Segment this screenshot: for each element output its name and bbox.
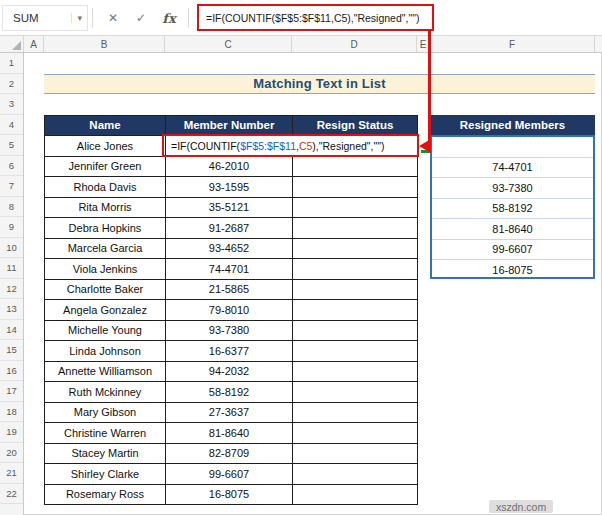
table-cell-member[interactable]: 82-8709 <box>166 444 293 465</box>
table-cell-name[interactable]: Rita Morris <box>45 198 166 219</box>
table-cell-member[interactable]: 35-5121 <box>166 198 293 219</box>
table-cell-name[interactable]: Christine Warren <box>45 423 166 444</box>
resigned-range[interactable]: 74-470193-738058-819281-864099-660716-80… <box>430 135 595 279</box>
table-cell-member[interactable]: 58-8192 <box>166 382 293 403</box>
table-cell-name[interactable]: Alice Jones <box>45 136 166 157</box>
row-header[interactable]: 22 <box>0 484 23 505</box>
row-header[interactable]: 3 <box>0 94 23 115</box>
table-cell-member[interactable]: 99-6607 <box>166 464 293 485</box>
table-cell-member[interactable]: 21-5865 <box>166 280 293 301</box>
table-cell-status[interactable] <box>293 382 418 403</box>
select-all-corner[interactable] <box>0 36 24 52</box>
insert-function-icon[interactable]: fx <box>156 5 182 31</box>
table-cell-status[interactable] <box>293 464 418 485</box>
table-cell-status[interactable] <box>293 218 418 239</box>
table-cell-name[interactable]: Jennifer Green <box>45 157 166 178</box>
row-header[interactable]: 9 <box>0 217 23 238</box>
column-header-b[interactable]: B <box>44 36 165 52</box>
column-header-a[interactable]: A <box>24 36 44 52</box>
table-cell-member[interactable]: 81-8640 <box>166 423 293 444</box>
table-cell-name[interactable]: Michelle Young <box>45 321 166 342</box>
row-header[interactable]: 14 <box>0 320 23 341</box>
row-header[interactable]: 1 <box>0 53 23 74</box>
row-header[interactable]: 4 <box>0 115 23 136</box>
table-cell-status[interactable] <box>293 341 418 362</box>
row-header[interactable]: 2 <box>0 74 23 95</box>
annotation-box-formula-bar: =IF(COUNTIF($F$5:$F$11,C5),"Resigned",""… <box>197 4 434 31</box>
table-cell-status[interactable] <box>293 300 418 321</box>
resigned-cell[interactable]: 93-7380 <box>432 178 593 199</box>
table-cell-name[interactable]: Annette Williamson <box>45 362 166 383</box>
table-cell-name[interactable]: Viola Jenkins <box>45 259 166 280</box>
table-cell-name[interactable]: Linda Johnson <box>45 341 166 362</box>
resigned-cell[interactable]: 58-8192 <box>432 199 593 220</box>
table-cell-name[interactable]: Rosemary Ross <box>45 485 166 506</box>
table-cell-name[interactable]: Angela Gonzalez <box>45 300 166 321</box>
row-header[interactable]: 13 <box>0 299 23 320</box>
row-header[interactable]: 17 <box>0 381 23 402</box>
table-cell-member[interactable]: 46-2010 <box>166 157 293 178</box>
table-cell-member[interactable]: 94-2032 <box>166 362 293 383</box>
table-cell-member[interactable]: 93-7380 <box>166 321 293 342</box>
table-cell-status[interactable] <box>293 239 418 260</box>
row-header[interactable]: 12 <box>0 279 23 300</box>
table-cell-member[interactable]: 74-4701 <box>166 259 293 280</box>
table-cell-status[interactable] <box>293 423 418 444</box>
table-cell-status[interactable] <box>293 321 418 342</box>
table-cell-member[interactable]: 16-8075 <box>166 485 293 506</box>
row-header[interactable]: 18 <box>0 402 23 423</box>
table-cell-status[interactable] <box>293 157 418 178</box>
title-cell[interactable]: Matching Text in List <box>44 74 595 95</box>
column-header-d[interactable]: D <box>292 36 417 52</box>
table-cell-member[interactable]: 93-1595 <box>166 177 293 198</box>
row-header[interactable]: 15 <box>0 340 23 361</box>
resigned-cell[interactable]: 74-4701 <box>432 158 593 179</box>
table-cell-name[interactable]: Mary Gibson <box>45 403 166 424</box>
column-header-f[interactable]: F <box>430 36 595 52</box>
table-cell-status[interactable] <box>293 198 418 219</box>
table-cell-status[interactable] <box>293 177 418 198</box>
resigned-header[interactable]: Resigned Members <box>430 115 595 136</box>
resigned-cell[interactable]: 81-8640 <box>432 219 593 240</box>
annotation-arrow-line <box>428 31 431 142</box>
table-cell-member[interactable]: 16-6377 <box>166 341 293 362</box>
row-header[interactable]: 16 <box>0 361 23 382</box>
row-header[interactable]: 8 <box>0 197 23 218</box>
table-cell-name[interactable]: Shirley Clarke <box>45 464 166 485</box>
row-header[interactable]: 5 <box>0 135 23 156</box>
enter-icon[interactable]: ✓ <box>128 5 154 31</box>
name-box-value: SUM <box>13 12 39 24</box>
row-header[interactable]: 11 <box>0 258 23 279</box>
resigned-cell[interactable]: 16-8075 <box>432 260 593 279</box>
table-cell-name[interactable]: Rhoda Davis <box>45 177 166 198</box>
table-cell-status[interactable] <box>293 362 418 383</box>
row-header[interactable]: 7 <box>0 176 23 197</box>
table-cell-name[interactable]: Charlotte Baker <box>45 280 166 301</box>
table-cell-member[interactable]: 27-3637 <box>166 403 293 424</box>
table-cell-member[interactable]: 93-4652 <box>166 239 293 260</box>
column-header-c[interactable]: C <box>165 36 292 52</box>
table-cell-member[interactable]: 91-2687 <box>166 218 293 239</box>
table-cell-status[interactable] <box>293 403 418 424</box>
table-cell-member[interactable]: 79-8010 <box>166 300 293 321</box>
chevron-down-icon[interactable]: ▾ <box>71 13 82 23</box>
resigned-cell[interactable]: 99-6607 <box>432 240 593 261</box>
cancel-icon[interactable]: ✕ <box>100 5 126 31</box>
row-header[interactable]: 21 <box>0 463 23 484</box>
table-cell-status[interactable] <box>293 485 418 506</box>
row-header[interactable]: 10 <box>0 238 23 259</box>
table-cell-status[interactable] <box>293 280 418 301</box>
table-cell-name[interactable]: Marcela Garcia <box>45 239 166 260</box>
row-header[interactable]: 20 <box>0 443 23 464</box>
table-cell-status[interactable] <box>293 259 418 280</box>
table-cell-name[interactable]: Ruth Mckinney <box>45 382 166 403</box>
formula-bar-input[interactable]: =IF(COUNTIF($F$5:$F$11,C5),"Resigned",""… <box>206 12 419 24</box>
table-header-name[interactable]: Name <box>45 116 166 137</box>
row-header[interactable]: 6 <box>0 156 23 177</box>
table-cell-name[interactable]: Stacey Martin <box>45 444 166 465</box>
resigned-cell[interactable] <box>432 137 593 158</box>
row-header[interactable]: 19 <box>0 422 23 443</box>
name-box[interactable]: SUM ▾ <box>2 5 88 31</box>
table-cell-status[interactable] <box>293 444 418 465</box>
table-cell-name[interactable]: Debra Hopkins <box>45 218 166 239</box>
